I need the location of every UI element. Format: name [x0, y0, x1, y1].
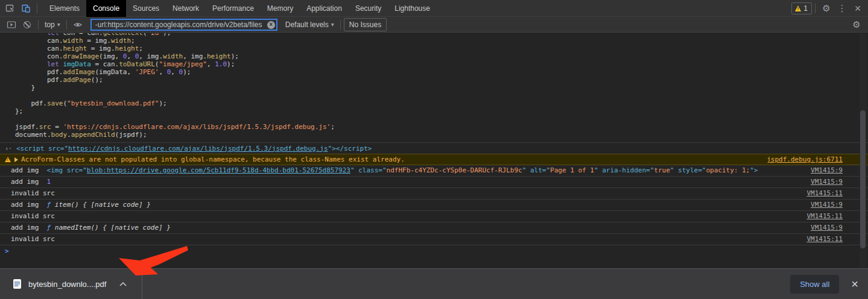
devtools-main-toolbar: ElementsConsoleSourcesNetworkPerformance…	[0, 0, 868, 17]
settings-button[interactable]: ⚙	[819, 1, 834, 16]
console-sidebar-toggle-button[interactable]	[4, 17, 19, 33]
console-link[interactable]: https://cdnjs.cloudflare.com/ajax/libs/j…	[68, 145, 328, 153]
tab-network[interactable]: Network	[166, 0, 206, 17]
code-token: addPage	[63, 76, 90, 84]
code-token: add img	[11, 166, 47, 174]
devtools-window: ElementsConsoleSourcesNetworkPerformance…	[0, 0, 868, 299]
code-line	[15, 115, 868, 123]
inspect-element-button[interactable]	[2, 1, 18, 16]
code-token: 'https://cdnjs.cloudflare.com/ajax/libs/…	[63, 123, 331, 131]
chevron-down-icon: ▾	[331, 21, 334, 28]
show-all-downloads-button[interactable]: Show all	[790, 275, 839, 294]
code-token: add img	[11, 178, 47, 186]
code-token: opacity: 1;	[706, 166, 750, 174]
filter-input[interactable]	[90, 19, 277, 31]
toolbar-divider	[37, 4, 37, 13]
gear-icon: ⚙	[852, 20, 860, 29]
downloaded-file-chip[interactable]: bytesbin_downlo....pdf	[0, 269, 142, 299]
code-token: ,	[159, 68, 166, 76]
console-link[interactable]: blob:https://drive.google.com/5cb11df9-5…	[87, 166, 350, 174]
log-levels-selector[interactable]: Default levels ▾	[282, 20, 337, 29]
close-devtools-button[interactable]: ×	[850, 1, 866, 16]
source-location-link[interactable]: VM1415:9	[803, 224, 843, 231]
toolbar-divider	[340, 20, 341, 30]
log-message: add img ƒ item() { [native code] }	[11, 201, 151, 209]
code-token: 'JPEG'	[135, 68, 159, 76]
close-shelf-icon[interactable]: ×	[847, 278, 862, 290]
console-log-row: add img ƒ namedItem() { [native code] }V…	[0, 222, 868, 234]
download-filename: bytesbin_downlo....pdf	[28, 280, 106, 289]
code-line: jspdf.src = 'https://cdnjs.cloudflare.co…	[15, 123, 868, 131]
code-token: ">	[750, 166, 758, 174]
expand-arrow-icon[interactable]	[14, 157, 18, 162]
source-location-link[interactable]: VM1415:11	[799, 212, 843, 220]
code-token: (jspdf);	[115, 131, 147, 139]
tab-lighthouse[interactable]: Lighthouse	[388, 0, 437, 17]
code-token: = can.	[91, 60, 119, 68]
code-token: invalid src	[11, 189, 55, 197]
console-messages-area: let con = can.getContext('2d'); can.widt…	[0, 33, 868, 268]
tab-elements[interactable]: Elements	[43, 0, 86, 17]
code-token: <script src="	[16, 145, 68, 153]
warning-triangle-icon	[795, 5, 801, 11]
code-token: drawImage	[63, 52, 99, 60]
tab-console[interactable]: Console	[86, 0, 126, 17]
code-token: pdf.	[15, 68, 63, 76]
tab-performance[interactable]: Performance	[206, 0, 261, 17]
source-location-link[interactable]: jspdf.debug.js:6711	[759, 156, 843, 163]
code-token: addImage	[63, 68, 95, 76]
execution-context-selector[interactable]: top ▾	[42, 20, 63, 29]
code-token: invalid src	[11, 212, 55, 220]
issues-warning-badge[interactable]: 1	[791, 2, 812, 14]
inspect-cursor-icon	[5, 4, 15, 13]
live-expression-button[interactable]	[70, 17, 86, 33]
toggle-device-toolbar-button[interactable]	[18, 1, 34, 16]
code-token: can.	[15, 37, 63, 45]
source-location-link[interactable]: VM1415:9	[803, 201, 843, 209]
pdf-file-icon	[13, 279, 21, 289]
code-token: 1.0	[215, 60, 227, 68]
return-value-icon: ‹·	[0, 145, 16, 153]
source-location-link[interactable]: VM1415:9	[803, 178, 843, 186]
log-message: add img 1	[11, 178, 51, 186]
source-location-link[interactable]: VM1415:9	[803, 166, 843, 174]
prompt-chevron-icon: >	[5, 247, 9, 255]
code-line: }	[15, 84, 868, 92]
console-log-row: add img <img src="blob:https://drive.goo…	[0, 165, 868, 177]
console-scrollbar-track[interactable]	[860, 33, 866, 268]
console-prompt[interactable]: >	[0, 245, 868, 256]
console-log-row: invalid srcVM1415:11	[0, 188, 868, 200]
code-token: invalid src	[11, 235, 55, 243]
clear-console-button[interactable]	[19, 17, 35, 33]
shelf-right-controls: Show all ×	[790, 275, 868, 294]
code-line: let imgData = can.toDataURL("image/jpeg"…	[15, 60, 868, 68]
evaluated-code-block: let con = can.getContext('2d'); can.widt…	[0, 33, 868, 139]
log-message: add img <img src="blob:https://drive.goo…	[11, 166, 758, 174]
source-location-link[interactable]: VM1415:11	[799, 235, 843, 243]
code-token: };	[15, 107, 23, 115]
console-scrollbar-thumb[interactable]	[860, 110, 866, 248]
close-icon: ×	[855, 3, 861, 14]
code-token: imgData	[63, 60, 90, 68]
code-token: con.	[15, 52, 63, 60]
source-location-link[interactable]: VM1415:11	[799, 189, 843, 197]
tab-memory[interactable]: Memory	[261, 0, 300, 17]
toolbar-divider	[38, 20, 39, 30]
code-token: width	[111, 37, 131, 45]
code-token: item() { [native code] }	[51, 201, 151, 209]
more-options-button[interactable]: ⋮	[834, 1, 850, 16]
tab-application[interactable]: Application	[300, 0, 349, 17]
no-issues-button[interactable]: No Issues	[344, 18, 387, 31]
log-message: invalid src	[11, 212, 55, 220]
console-settings-button[interactable]: ⚙	[849, 17, 864, 33]
console-result-line: ‹· <script src="https://cdnjs.cloudflare…	[0, 142, 868, 154]
tab-security[interactable]: Security	[349, 0, 388, 17]
code-token: );	[159, 99, 166, 107]
download-options-caret[interactable]	[119, 282, 127, 286]
clear-filter-icon[interactable]: ×	[267, 21, 275, 29]
code-token: appendChild	[71, 131, 115, 139]
code-token: pdf.	[15, 99, 47, 107]
code-token: " alt="	[522, 166, 550, 174]
code-line: pdf.addPage();	[15, 76, 868, 84]
tab-sources[interactable]: Sources	[126, 0, 166, 17]
